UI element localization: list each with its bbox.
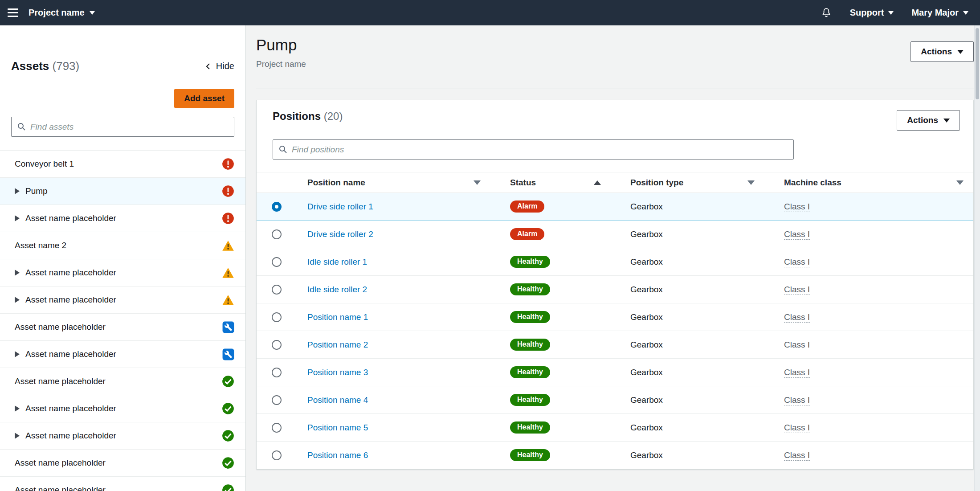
asset-list-item[interactable]: Pump <box>0 178 245 205</box>
position-type-cell: Gearbox <box>620 359 773 386</box>
machine-class-value[interactable]: Class I <box>784 229 810 240</box>
position-type-cell: Gearbox <box>620 221 773 248</box>
row-radio-button[interactable] <box>272 257 282 267</box>
status-badge: Healthy <box>510 339 550 351</box>
find-positions-input[interactable] <box>273 139 794 160</box>
main-content: Pump Project name Actions Positions (20)… <box>246 25 980 491</box>
machine-class-value[interactable]: Class I <box>784 450 810 461</box>
row-radio-button[interactable] <box>272 229 282 239</box>
asset-list-item[interactable]: Asset name placeholder <box>0 314 245 341</box>
table-row: Position name 2HealthyGearboxClass I <box>257 331 973 359</box>
position-link[interactable]: Position name 1 <box>307 312 368 322</box>
column-header-machine-class[interactable]: Machine class <box>773 172 973 193</box>
asset-list-item[interactable]: Asset name placeholder <box>0 286 245 314</box>
machine-class-cell: Class I <box>773 414 973 442</box>
page-title: Pump <box>256 36 306 54</box>
expand-arrow-icon[interactable] <box>15 188 20 194</box>
user-name-label: Mary Major <box>911 8 959 18</box>
position-type-cell: Gearbox <box>620 303 773 331</box>
row-radio-button[interactable] <box>272 368 282 377</box>
asset-list-item[interactable]: Conveyor belt 1 <box>0 151 245 178</box>
position-link[interactable]: Idle side roller 2 <box>307 285 367 294</box>
column-header-position-name[interactable]: Position name <box>297 172 499 193</box>
positions-search-box <box>273 139 794 160</box>
sort-up-icon[interactable] <box>594 180 601 185</box>
machine-class-value[interactable]: Class I <box>784 423 810 433</box>
status-cell: Alarm <box>499 193 620 221</box>
position-link[interactable]: Position name 3 <box>307 368 368 377</box>
asset-list-item[interactable]: Asset name placeholder <box>0 450 245 477</box>
project-name-label: Project name <box>29 8 85 18</box>
expand-arrow-icon[interactable] <box>15 215 20 221</box>
row-radio-button[interactable] <box>272 285 282 295</box>
asset-name-label: Asset name placeholder <box>15 485 222 491</box>
position-link[interactable]: Position name 6 <box>307 450 368 460</box>
row-radio-button[interactable] <box>272 312 282 322</box>
menu-hamburger-icon[interactable] <box>0 0 26 25</box>
notifications-bell-icon[interactable] <box>821 7 832 19</box>
row-radio-button[interactable] <box>272 450 282 460</box>
positions-actions-button[interactable]: Actions <box>897 110 960 131</box>
select-cell <box>257 276 297 303</box>
position-link[interactable]: Position name 4 <box>307 395 368 405</box>
project-name-menu[interactable]: Project name <box>29 8 95 18</box>
sort-down-icon[interactable] <box>956 180 964 185</box>
position-link[interactable]: Idle side roller 1 <box>307 257 367 266</box>
support-menu[interactable]: Support <box>850 8 894 18</box>
add-asset-button[interactable]: Add asset <box>174 89 234 108</box>
page-actions-button[interactable]: Actions <box>911 41 974 62</box>
expand-arrow-icon[interactable] <box>15 351 20 357</box>
app-window: Project name Support Mary Major <box>0 0 980 491</box>
asset-list-item[interactable]: Asset name placeholder <box>0 422 245 450</box>
asset-list-item[interactable]: Asset name placeholder <box>0 477 245 491</box>
machine-class-value[interactable]: Class I <box>784 257 810 267</box>
machine-class-value[interactable]: Class I <box>784 395 810 405</box>
row-radio-button[interactable] <box>272 340 282 350</box>
position-link[interactable]: Position name 5 <box>307 423 368 432</box>
alarm-status-icon <box>222 158 234 170</box>
asset-list-item[interactable]: Asset name 2 <box>0 232 245 259</box>
machine-class-value[interactable]: Class I <box>784 368 810 378</box>
search-icon <box>17 122 26 131</box>
assets-sidebar: Assets (793) Hide Add asset Co <box>0 25 246 491</box>
scrollbar-thumb[interactable] <box>976 28 979 99</box>
find-assets-input[interactable] <box>11 117 234 137</box>
column-header-position-type[interactable]: Position type <box>620 172 773 193</box>
expand-arrow-icon[interactable] <box>15 270 20 276</box>
healthy-status-icon <box>222 484 234 491</box>
chevron-down-icon <box>888 11 894 15</box>
machine-class-value[interactable]: Class I <box>784 202 810 212</box>
asset-list-item[interactable]: Asset name placeholder <box>0 205 245 232</box>
position-link[interactable]: Position name 2 <box>307 340 368 349</box>
expand-arrow-icon[interactable] <box>15 433 20 439</box>
position-link[interactable]: Drive side roller 2 <box>307 229 373 239</box>
vertical-scrollbar[interactable] <box>974 25 980 491</box>
row-radio-button[interactable] <box>272 395 282 405</box>
column-header-status[interactable]: Status <box>499 172 620 193</box>
status-badge: Healthy <box>510 366 550 378</box>
position-type-cell: Gearbox <box>620 193 773 221</box>
position-type-cell: Gearbox <box>620 442 773 469</box>
position-name-cell: Drive side roller 2 <box>297 221 499 248</box>
machine-class-value[interactable]: Class I <box>784 312 810 323</box>
hide-panel-button[interactable]: Hide <box>204 61 234 71</box>
sort-down-icon[interactable] <box>474 180 481 185</box>
positions-table-body: Drive side roller 1AlarmGearboxClass IDr… <box>257 193 973 469</box>
asset-list-item[interactable]: Asset name placeholder <box>0 341 245 368</box>
select-cell <box>257 248 297 276</box>
asset-list-item[interactable]: Asset name placeholder <box>0 395 245 422</box>
row-radio-button[interactable] <box>272 202 282 212</box>
position-link[interactable]: Drive side roller 1 <box>307 202 373 211</box>
asset-list-item[interactable]: Asset name placeholder <box>0 259 245 286</box>
expand-arrow-icon[interactable] <box>15 297 20 303</box>
expand-arrow-icon[interactable] <box>15 405 20 412</box>
asset-list-item[interactable]: Asset name placeholder <box>0 368 245 395</box>
assets-search-box <box>11 117 234 137</box>
status-cell: Healthy <box>499 331 620 359</box>
row-radio-button[interactable] <box>272 423 282 433</box>
user-menu[interactable]: Mary Major <box>911 8 968 18</box>
machine-class-value[interactable]: Class I <box>784 340 810 350</box>
sort-down-icon[interactable] <box>747 180 755 185</box>
status-badge: Healthy <box>510 256 550 268</box>
machine-class-value[interactable]: Class I <box>784 285 810 295</box>
